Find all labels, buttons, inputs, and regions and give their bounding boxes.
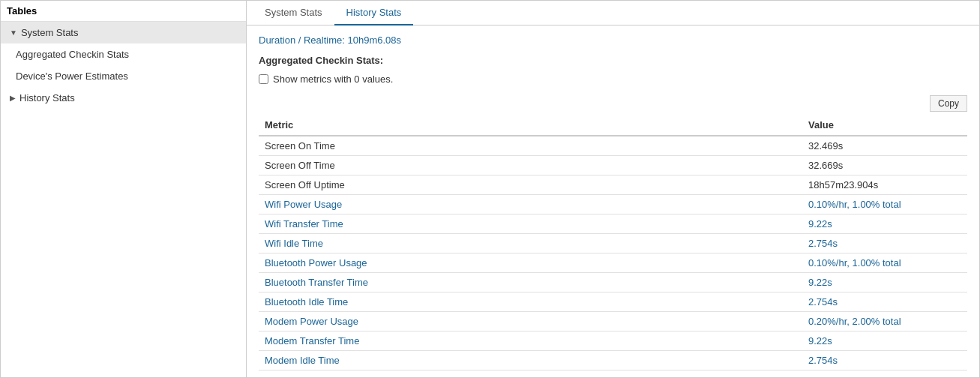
- metric-cell[interactable]: Wifi Power Usage: [259, 195, 802, 214]
- table-row[interactable]: Bluetooth Power Usage0.10%/hr, 1.00% tot…: [259, 254, 967, 273]
- tab-system-stats[interactable]: System Stats: [253, 1, 334, 26]
- metrics-table: Metric Value Screen On Time32.469sScreen…: [259, 115, 967, 370]
- metric-cell[interactable]: Modem Idle Time: [259, 351, 802, 370]
- table-row[interactable]: Wifi Idle Time2.754s: [259, 234, 967, 254]
- col-metric: Metric: [259, 115, 802, 136]
- table-row[interactable]: Wifi Power Usage0.10%/hr, 1.00% total: [259, 195, 967, 214]
- metric-cell[interactable]: Bluetooth Idle Time: [259, 292, 802, 312]
- metric-cell[interactable]: Modem Power Usage: [259, 312, 802, 332]
- table-row[interactable]: Bluetooth Idle Time2.754s: [259, 292, 967, 312]
- value-cell: 9.22s: [802, 214, 967, 234]
- metric-cell[interactable]: Wifi Transfer Time: [259, 214, 802, 234]
- value-cell: 0.10%/hr, 1.00% total: [802, 195, 967, 214]
- show-zero-values-checkbox[interactable]: [259, 74, 268, 84]
- table-row[interactable]: Wifi Transfer Time9.22s: [259, 214, 967, 234]
- copy-button[interactable]: Copy: [930, 95, 967, 112]
- copy-button-container: Copy: [259, 95, 967, 112]
- value-cell: 9.22s: [802, 273, 967, 292]
- sidebar-item-label: System Stats: [21, 27, 79, 38]
- value-cell: 2.754s: [802, 234, 967, 254]
- sidebar-item-label: History Stats: [19, 92, 75, 104]
- value-cell: 0.20%/hr, 2.00% total: [802, 312, 967, 332]
- value-cell: 9.22s: [802, 332, 967, 351]
- metric-cell: Screen Off Uptime: [259, 176, 802, 195]
- chevron-right-icon: ▶: [10, 94, 16, 102]
- metric-cell[interactable]: Bluetooth Transfer Time: [259, 273, 802, 292]
- table-row[interactable]: Modem Power Usage0.20%/hr, 2.00% total: [259, 312, 967, 332]
- checkbox-row: Show metrics with 0 values.: [259, 74, 967, 85]
- value-cell: 32.469s: [802, 136, 967, 156]
- main-content: System Stats History Stats Duration / Re…: [247, 1, 979, 377]
- col-value: Value: [802, 115, 967, 136]
- sidebar-header: Tables: [1, 1, 246, 22]
- app-container: Tables ▼ System Stats Aggregated Checkin…: [0, 0, 980, 378]
- sidebar-item-system-stats[interactable]: ▼ System Stats: [1, 22, 246, 44]
- table-row[interactable]: Modem Idle Time2.754s: [259, 351, 967, 370]
- value-cell: 2.754s: [802, 292, 967, 312]
- value-cell: 0.10%/hr, 1.00% total: [802, 254, 967, 273]
- metric-cell[interactable]: Bluetooth Power Usage: [259, 254, 802, 273]
- table-header-row: Metric Value: [259, 115, 967, 136]
- value-cell: 32.669s: [802, 156, 967, 176]
- tab-bar: System Stats History Stats: [247, 1, 979, 26]
- table-row[interactable]: Modem Transfer Time9.22s: [259, 332, 967, 351]
- table-row: Screen Off Time32.669s: [259, 156, 967, 176]
- tab-history-stats[interactable]: History Stats: [334, 1, 414, 26]
- checkbox-label: Show metrics with 0 values.: [273, 74, 393, 85]
- metric-cell[interactable]: Wifi Idle Time: [259, 234, 802, 254]
- chevron-down-icon: ▼: [10, 28, 17, 37]
- value-cell: 2.754s: [802, 351, 967, 370]
- metric-cell: Screen Off Time: [259, 156, 802, 176]
- table-row: Screen On Time32.469s: [259, 136, 967, 156]
- metric-cell[interactable]: Modem Transfer Time: [259, 332, 802, 351]
- value-cell: 18h57m23.904s: [802, 176, 967, 195]
- sidebar-item-devices-power-estimates[interactable]: Device's Power Estimates: [1, 65, 246, 87]
- sidebar-item-aggregated-checkin-stats[interactable]: Aggregated Checkin Stats: [1, 44, 246, 65]
- table-row: Screen Off Uptime18h57m23.904s: [259, 176, 967, 195]
- sidebar: Tables ▼ System Stats Aggregated Checkin…: [1, 1, 247, 377]
- content-area: Duration / Realtime: 10h9m6.08s Aggregat…: [247, 26, 979, 377]
- table-row[interactable]: Bluetooth Transfer Time9.22s: [259, 273, 967, 292]
- sidebar-item-history-stats[interactable]: ▶ History Stats: [1, 87, 246, 109]
- section-title: Aggregated Checkin Stats:: [259, 55, 967, 66]
- metric-cell: Screen On Time: [259, 136, 802, 156]
- duration-line: Duration / Realtime: 10h9m6.08s: [259, 34, 967, 46]
